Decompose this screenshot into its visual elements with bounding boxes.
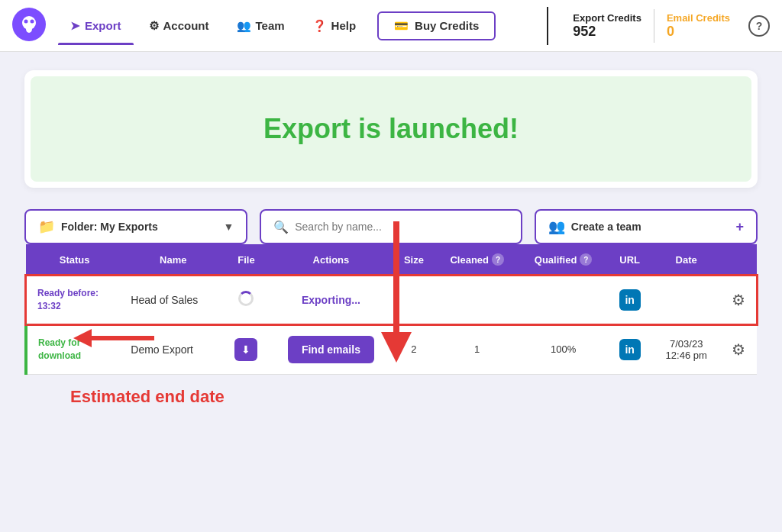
row2-cleaned-cell: 1	[435, 324, 519, 375]
folder-filter-button[interactable]: 📁 Folder: My Exports ▼	[24, 209, 247, 244]
export-banner-inner: Export is launched!	[31, 76, 751, 182]
nav-item-help[interactable]: ❓ Help	[300, 13, 369, 39]
create-team-button[interactable]: 👥 Create a team +	[535, 209, 758, 244]
qualified-help-icon[interactable]: ?	[580, 253, 592, 266]
nav-item-export[interactable]: ➤ Export	[58, 13, 134, 39]
folder-icon: 📁	[38, 218, 55, 235]
th-file: File	[223, 244, 270, 276]
big-red-arrow-down	[377, 221, 415, 374]
row1-cleaned-cell	[435, 276, 519, 324]
team-icon: 👥	[548, 218, 565, 235]
nav-links: ➤ Export ⚙ Account 👥 Team ❓ Help 💳 Buy C…	[58, 11, 535, 40]
email-credits-label: Email Credits	[667, 12, 730, 24]
th-settings	[721, 244, 757, 276]
search-icon: 🔍	[273, 220, 289, 234]
svg-marker-8	[73, 329, 92, 347]
row1-status-text: Ready before:13:32	[37, 287, 115, 313]
gear-icon[interactable]: ⚙	[732, 341, 745, 358]
email-credits-block: Email Credits 0	[654, 9, 742, 43]
row1-url-cell: in	[608, 276, 652, 324]
download-icon[interactable]: ⬇	[234, 338, 257, 361]
account-nav-icon: ⚙	[149, 19, 159, 33]
help-circle-button[interactable]: ?	[748, 15, 770, 37]
credits-section: Export Credits 952 Email Credits 0	[561, 9, 742, 43]
row1-status-cell: Ready before:13:32	[26, 276, 123, 324]
nav-item-account[interactable]: ⚙ Account	[137, 13, 221, 39]
row1-settings-cell: ⚙	[721, 276, 757, 324]
export-launched-text: Export is launched!	[263, 113, 519, 144]
exporting-button[interactable]: Exporting...	[302, 294, 360, 306]
svg-marker-6	[381, 332, 412, 363]
help-circle-icon: ?	[756, 20, 763, 32]
nav-item-export-label: Export	[85, 19, 121, 32]
estimated-end-date-annotation: Estimated end date	[70, 387, 225, 407]
row2-date: 7/03/2312:46 pm	[666, 338, 707, 361]
th-cleaned: Cleaned ?	[435, 244, 519, 276]
th-actions: Actions	[270, 244, 393, 276]
create-team-label: Create a team	[571, 221, 641, 233]
row1-qualified-cell	[519, 276, 608, 324]
svg-point-3	[31, 19, 34, 23]
logo[interactable]	[12, 8, 58, 44]
table-annotations-container: Estimated end date Status Name File	[24, 244, 758, 375]
export-banner: Export is launched!	[24, 70, 758, 188]
email-credits-value: 0	[667, 24, 730, 40]
nav-item-team[interactable]: 👥 Team	[225, 13, 297, 39]
export-credits-label: Export Credits	[573, 12, 641, 24]
find-emails-button[interactable]: Find emails	[288, 336, 374, 363]
row2-date-cell: 7/03/2312:46 pm	[652, 324, 721, 375]
export-credits-block: Export Credits 952	[561, 9, 654, 43]
th-url: URL	[608, 244, 652, 276]
row1-actions-cell: Exporting...	[270, 276, 393, 324]
folder-label: Folder: My Exports	[61, 221, 158, 233]
linkedin-icon[interactable]: in	[619, 289, 641, 311]
th-qualified: Qualified ?	[519, 244, 608, 276]
row1-date-cell	[652, 276, 721, 324]
annotation-text: Estimated end date	[70, 387, 225, 406]
svg-point-4	[26, 25, 32, 33]
svg-point-2	[24, 19, 28, 23]
credit-card-icon: 💳	[394, 19, 409, 33]
main-content: Export is launched! 📁 Folder: My Exports…	[0, 52, 782, 393]
chevron-down-icon: ▼	[223, 221, 234, 233]
row2-actions-cell: Find emails	[270, 324, 393, 375]
linkedin-icon[interactable]: in	[619, 339, 641, 360]
row1-file-cell	[223, 276, 270, 324]
row2-url-cell: in	[608, 324, 652, 375]
navbar: ➤ Export ⚙ Account 👥 Team ❓ Help 💳 Buy C…	[0, 0, 782, 52]
nav-item-account-label: Account	[163, 19, 209, 32]
th-name: Name	[123, 244, 223, 276]
row2-settings-cell: ⚙	[721, 324, 757, 375]
row2-qualified-cell: 100%	[519, 324, 608, 375]
exporting-label: Exporting...	[302, 294, 360, 306]
help-nav-icon: ❓	[312, 19, 327, 33]
team-nav-icon: 👥	[237, 19, 251, 33]
th-date: Date	[652, 244, 721, 276]
small-red-arrow-left	[70, 323, 162, 353]
find-emails-label: Find emails	[302, 343, 360, 356]
export-credits-value: 952	[573, 24, 641, 40]
buy-credits-button[interactable]: 💳 Buy Credits	[377, 11, 496, 40]
row1-name: Head of Sales	[131, 294, 198, 306]
nav-item-help-label: Help	[331, 19, 357, 32]
th-status: Status	[26, 244, 123, 276]
buy-credits-label: Buy Credits	[415, 19, 479, 32]
spinner-icon	[238, 291, 254, 306]
row2-qualified: 100%	[551, 343, 576, 355]
row2-file-cell[interactable]: ⬇	[223, 324, 270, 375]
export-nav-icon: ➤	[70, 19, 80, 33]
nav-item-team-label: Team	[256, 19, 285, 32]
row1-name-cell: Head of Sales	[123, 276, 223, 324]
row2-cleaned: 1	[474, 343, 480, 355]
gear-icon[interactable]: ⚙	[732, 292, 745, 308]
cleaned-help-icon[interactable]: ?	[492, 253, 504, 266]
plus-icon: +	[735, 219, 744, 235]
nav-divider	[547, 7, 548, 45]
